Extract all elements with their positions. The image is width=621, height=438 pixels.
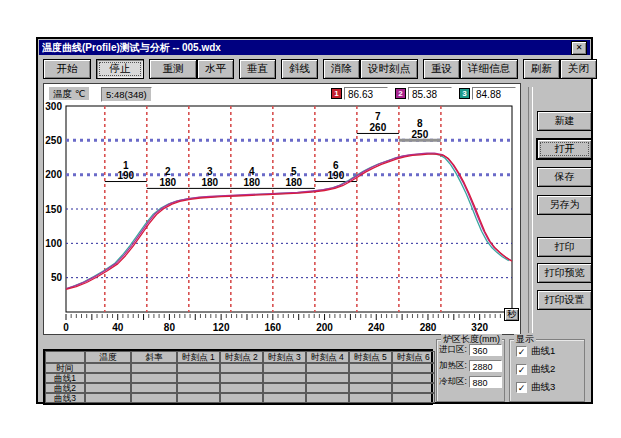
table-cell xyxy=(177,363,220,373)
svg-text:5: 5 xyxy=(291,166,297,177)
refresh-button[interactable]: 刷新 xyxy=(523,59,560,79)
seconds-unit-button[interactable]: 秒 xyxy=(504,308,519,321)
vertical-button[interactable]: 垂直 xyxy=(239,59,276,79)
table-header-row: 温度 斜率 时刻点 1 时刻点 2 时刻点 3 时刻点 4 时刻点 5 时刻点 … xyxy=(45,351,431,363)
retest-button[interactable]: 重测 xyxy=(149,59,197,79)
cooling-zone-row: 冷却区: 880 xyxy=(439,376,502,388)
display-curves-group: 显示 ✓ 曲线1 ✓ 曲线2 ✓ 曲线3 xyxy=(509,339,585,402)
svg-text:7: 7 xyxy=(375,111,381,122)
table-cell xyxy=(131,393,177,403)
svg-text:50: 50 xyxy=(51,272,63,283)
stop-button[interactable]: 停止 xyxy=(96,59,144,79)
svg-text:180: 180 xyxy=(159,177,176,188)
svg-text:40: 40 xyxy=(112,322,124,333)
table-cell xyxy=(392,393,435,403)
col-temperature: 温度 xyxy=(85,351,131,363)
row-label: 时间 xyxy=(45,363,85,373)
print-preview-button[interactable]: 打印预览 xyxy=(537,263,592,283)
horizontal-button[interactable]: 水平 xyxy=(197,59,234,79)
window-title: 温度曲线(Profile)测试与分析 -- 005.wdx xyxy=(42,41,221,55)
svg-text:200: 200 xyxy=(316,322,333,333)
table-cell xyxy=(220,373,263,383)
svg-text:100: 100 xyxy=(45,238,62,249)
cooling-zone-input[interactable]: 880 xyxy=(469,376,502,388)
svg-text:1: 1 xyxy=(123,160,129,171)
temperature-axis-label: 温度 ℃ xyxy=(49,87,89,100)
col-timepoint-4: 时刻点 4 xyxy=(306,351,349,363)
cooling-zone-label: 冷却区: xyxy=(439,376,469,388)
start-button[interactable]: 开始 xyxy=(43,59,91,79)
legend-entry-3: 3 84.88 xyxy=(459,87,516,100)
erase-button[interactable]: 消除 xyxy=(323,59,360,79)
close-button[interactable]: 关闭 xyxy=(560,59,597,79)
row-label: 曲线1 xyxy=(45,373,85,383)
channel2-value: 85.38 xyxy=(408,87,452,100)
legend-entry-1: 1 86.63 xyxy=(331,87,388,100)
close-icon[interactable]: ✕ xyxy=(571,41,587,55)
table-cell xyxy=(306,373,349,383)
new-button[interactable]: 新建 xyxy=(537,111,592,131)
table-cell xyxy=(220,363,263,373)
svg-text:180: 180 xyxy=(243,177,260,188)
curve2-toggle-row: ✓ 曲线2 xyxy=(516,363,584,376)
table-cell xyxy=(392,363,435,373)
slant-button[interactable]: 斜线 xyxy=(281,59,318,79)
curve3-checkbox[interactable]: ✓ xyxy=(516,382,527,393)
open-button[interactable]: 打开 xyxy=(537,139,592,159)
temperature-chart-panel: 0408012016020024028032050100150200250300… xyxy=(43,83,521,335)
curve2-checkbox-label: 曲线2 xyxy=(531,363,555,376)
svg-text:4: 4 xyxy=(249,166,255,177)
set-timepoint-button[interactable]: 设时刻点 xyxy=(360,59,418,79)
details-button[interactable]: 详细信息 xyxy=(460,59,518,79)
curve1-toggle-row: ✓ 曲线1 xyxy=(516,345,584,358)
entry-zone-input[interactable]: 360 xyxy=(469,344,502,356)
title-bar[interactable]: 温度曲线(Profile)测试与分析 -- 005.wdx ✕ xyxy=(39,40,590,55)
reset-button[interactable]: 重设 xyxy=(423,59,460,79)
line-tool-group: 水平 垂直 斜线 消除 xyxy=(197,59,360,79)
col-timepoint-1: 时刻点 1 xyxy=(177,351,220,363)
curve1-checkbox[interactable]: ✓ xyxy=(516,346,527,357)
table-cell xyxy=(131,363,177,373)
svg-text:320: 320 xyxy=(471,322,488,333)
vertical-divider xyxy=(528,87,533,333)
entry-zone-label: 进口区: xyxy=(439,344,469,356)
profile-analysis-window: 温度曲线(Profile)测试与分析 -- 005.wdx ✕ 开始 停止 重测… xyxy=(36,37,593,404)
curve2-checkbox[interactable]: ✓ xyxy=(516,364,527,375)
col-timepoint-3: 时刻点 3 xyxy=(263,351,306,363)
print-setup-button[interactable]: 打印设置 xyxy=(537,290,592,310)
col-slope: 斜率 xyxy=(131,351,177,363)
channel-legend: 1 86.63 2 85.38 3 84.88 xyxy=(331,87,516,100)
channel3-swatch-icon: 3 xyxy=(459,88,470,99)
save-as-button[interactable]: 另存为 xyxy=(537,195,592,215)
table-row: 曲线2 xyxy=(45,383,431,393)
row-label: 曲线3 xyxy=(45,393,85,403)
svg-text:180: 180 xyxy=(201,177,218,188)
table-cell xyxy=(263,393,306,403)
desktop: 温度曲线(Profile)测试与分析 -- 005.wdx ✕ 开始 停止 重测… xyxy=(0,0,621,438)
run-button-group: 开始 停止 重测 xyxy=(43,59,197,79)
table-cell xyxy=(263,373,306,383)
table-cell xyxy=(177,383,220,393)
timepoint-table: 温度 斜率 时刻点 1 时刻点 2 时刻点 3 时刻点 4 时刻点 5 时刻点 … xyxy=(43,349,433,405)
entry-zone-row: 进口区: 360 xyxy=(439,344,502,356)
svg-text:250: 250 xyxy=(45,135,62,146)
col-timepoint-2: 时刻点 2 xyxy=(220,351,263,363)
svg-text:300: 300 xyxy=(45,101,62,112)
profile-curve-chart[interactable]: 0408012016020024028032050100150200250300… xyxy=(44,84,520,334)
svg-text:280: 280 xyxy=(420,322,437,333)
table-cell xyxy=(131,373,177,383)
svg-text:6: 6 xyxy=(333,160,339,171)
table-row: 时间 xyxy=(45,363,431,373)
svg-text:0: 0 xyxy=(63,322,69,333)
svg-text:80: 80 xyxy=(164,322,176,333)
legend-entry-2: 2 85.38 xyxy=(395,87,452,100)
print-button[interactable]: 打印 xyxy=(537,237,592,257)
display-group-title: 显示 xyxy=(514,334,536,344)
svg-text:8: 8 xyxy=(417,118,423,129)
heating-zone-input[interactable]: 2880 xyxy=(469,360,502,372)
channel3-value: 84.88 xyxy=(472,87,516,100)
table-cell xyxy=(177,373,220,383)
timepoint-group: 设时刻点 重设 xyxy=(360,59,460,79)
save-button[interactable]: 保存 xyxy=(537,167,592,187)
svg-text:190: 190 xyxy=(117,170,134,181)
